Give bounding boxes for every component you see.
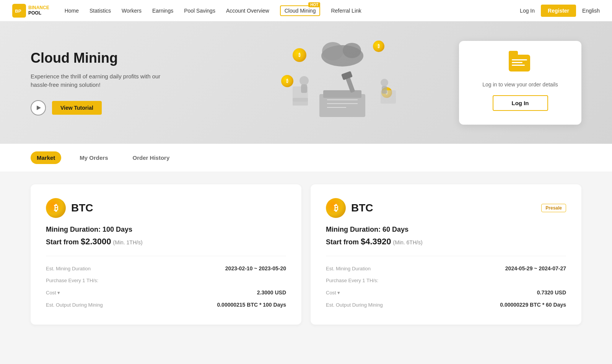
detail-value-2-0: 2024-05-29 ~ 2024-07-27 <box>505 265 566 271</box>
login-button[interactable]: Log In <box>520 8 535 14</box>
nav-pool-savings[interactable]: Pool Savings <box>184 8 215 14</box>
products-grid: ₿ BTC Mining Duration: 100 Days Start fr… <box>31 184 581 325</box>
tutorial-button[interactable]: View Tutorial <box>52 101 102 115</box>
product-header-2: ₿ BTC Presale <box>326 198 566 218</box>
detail-value-1-2: 2.3000 USD <box>257 289 286 296</box>
tabs-section: Market My Orders Order History <box>0 144 612 172</box>
product-card-btc-60: ₿ BTC Presale Mining Duration: 60 Days S… <box>311 184 581 325</box>
detail-label-1-2[interactable]: Cost ▾ <box>46 290 60 296</box>
svg-rect-6 <box>323 90 361 98</box>
detail-label-2-0: Est. Mining Duration <box>326 266 371 271</box>
tab-order-history[interactable]: Order History <box>127 151 176 164</box>
svg-rect-16 <box>301 84 307 93</box>
hero-illustration: ₿ ₿ ₿ ₿ <box>225 37 459 128</box>
logo-line2: POOL <box>28 11 49 16</box>
nav-referral-link[interactable]: Referral Link <box>331 8 361 14</box>
order-card: Log in to view your order details Log In <box>459 41 581 125</box>
detail-row-2-0: Est. Mining Duration 2024-05-29 ~ 2024-0… <box>326 262 566 275</box>
product-duration-2: Mining Duration: 60 Days <box>326 226 566 234</box>
detail-label-1-3: Est. Output During Mining <box>46 302 103 308</box>
price-label-2: Start from <box>326 238 359 246</box>
hero-description: Experience the thrill of earning daily p… <box>31 72 161 89</box>
hero-actions: View Tutorial <box>31 100 225 115</box>
nav-statistics[interactable]: Statistics <box>90 8 111 14</box>
detail-row-2-3: Est. Output During Mining 0.00000229 BTC… <box>326 299 566 311</box>
detail-row-1-3: Est. Output During Mining 0.00000215 BTC… <box>46 299 286 311</box>
btc-icon-1: ₿ <box>46 198 66 218</box>
product-header-1: ₿ BTC <box>46 198 286 218</box>
cloud-mining-label: Cloud Mining <box>285 8 316 14</box>
svg-point-17 <box>381 79 388 86</box>
logo-line1: BINANCE <box>28 5 49 10</box>
detail-value-1-3: 0.00000215 BTC * 100 Days <box>217 302 286 308</box>
nav-cloud-mining[interactable]: Cloud Mining HOT <box>280 5 321 16</box>
illustration-container: ₿ ₿ ₿ ₿ <box>270 37 415 128</box>
svg-point-3 <box>322 42 343 60</box>
mining-svg-illustration <box>270 37 415 128</box>
product-details-2: Est. Mining Duration 2024-05-29 ~ 2024-0… <box>326 256 566 311</box>
product-name-1: BTC <box>71 202 93 214</box>
order-icon <box>509 55 532 74</box>
detail-row-2-2: Cost ▾ 0.7320 USD <box>326 286 566 299</box>
play-button[interactable] <box>31 100 46 115</box>
hero-content: Cloud Mining Experience the thrill of ea… <box>31 50 225 115</box>
detail-label-2-2[interactable]: Cost ▾ <box>326 290 340 296</box>
min-label-1: (Min. 1TH/s) <box>113 239 143 245</box>
product-price-1: Start from $2.3000 (Min. 1TH/s) <box>46 237 286 247</box>
register-button[interactable]: Register <box>541 5 576 17</box>
detail-label-1-0: Est. Mining Duration <box>46 266 91 271</box>
hero-title: Cloud Mining <box>31 50 225 66</box>
nav-right: Log In Register English <box>520 5 600 17</box>
tab-my-orders[interactable]: My Orders <box>73 151 114 164</box>
svg-point-4 <box>343 43 361 58</box>
brand-logo[interactable]: BP BINANCE POOL <box>12 4 49 18</box>
presale-badge: Presale <box>541 204 566 212</box>
svg-rect-11 <box>341 71 353 80</box>
price-value-2: $4.3920 <box>361 237 391 246</box>
detail-label-2-3: Est. Output During Mining <box>326 302 383 308</box>
order-card-text: Log in to view your order details <box>482 81 558 88</box>
nav-links: Home Statistics Workers Earnings Pool Sa… <box>65 5 520 16</box>
product-card-btc-100: ₿ BTC Mining Duration: 100 Days Start fr… <box>31 184 301 325</box>
product-price-2: Start from $4.3920 (Min. 6TH/s) <box>326 237 566 247</box>
hero-section: Cloud Mining Experience the thrill of ea… <box>0 21 612 144</box>
product-details-1: Est. Mining Duration 2023-02-10 ~ 2023-0… <box>46 256 286 311</box>
detail-row-1-2: Cost ▾ 2.3000 USD <box>46 286 286 299</box>
detail-label-2-1: Purchase Every 1 TH/s: <box>326 278 378 283</box>
price-label-1: Start from <box>46 238 79 246</box>
product-duration-1: Mining Duration: 100 Days <box>46 226 286 234</box>
detail-value-2-3: 0.00000229 BTC * 60 Days <box>500 302 566 308</box>
detail-row-1-0: Est. Mining Duration 2023-02-10 ~ 2023-0… <box>46 262 286 275</box>
language-selector[interactable]: English <box>582 8 600 14</box>
svg-rect-13 <box>293 98 308 106</box>
nav-home[interactable]: Home <box>65 8 79 14</box>
min-label-2: (Min. 6TH/s) <box>393 239 423 245</box>
detail-row-2-1: Purchase Every 1 TH/s: <box>326 275 566 286</box>
order-card-login-button[interactable]: Log In <box>493 95 548 111</box>
products-section: ₿ BTC Mining Duration: 100 Days Start fr… <box>0 172 612 337</box>
tabs: Market My Orders Order History <box>31 151 581 164</box>
hot-badge: HOT <box>308 2 320 7</box>
tab-market[interactable]: Market <box>31 151 61 164</box>
nav-workers[interactable]: Workers <box>122 8 142 14</box>
btc-icon-2: ₿ <box>326 198 346 218</box>
svg-point-15 <box>299 76 309 85</box>
price-value-1: $2.3000 <box>81 237 111 246</box>
play-icon <box>37 106 41 110</box>
detail-row-1-1: Purchase Every 1 TH/s: <box>46 275 286 286</box>
navbar: BP BINANCE POOL Home Statistics Workers … <box>0 0 612 21</box>
product-name-2: BTC <box>351 202 373 214</box>
nav-account-overview[interactable]: Account Overview <box>226 8 269 14</box>
detail-value-2-2: 0.7320 USD <box>537 289 566 296</box>
svg-rect-18 <box>382 86 387 94</box>
svg-text:BP: BP <box>15 8 21 13</box>
detail-label-1-1: Purchase Every 1 TH/s: <box>46 278 98 283</box>
nav-earnings[interactable]: Earnings <box>152 8 173 14</box>
detail-value-1-0: 2023-02-10 ~ 2023-05-20 <box>225 265 286 271</box>
